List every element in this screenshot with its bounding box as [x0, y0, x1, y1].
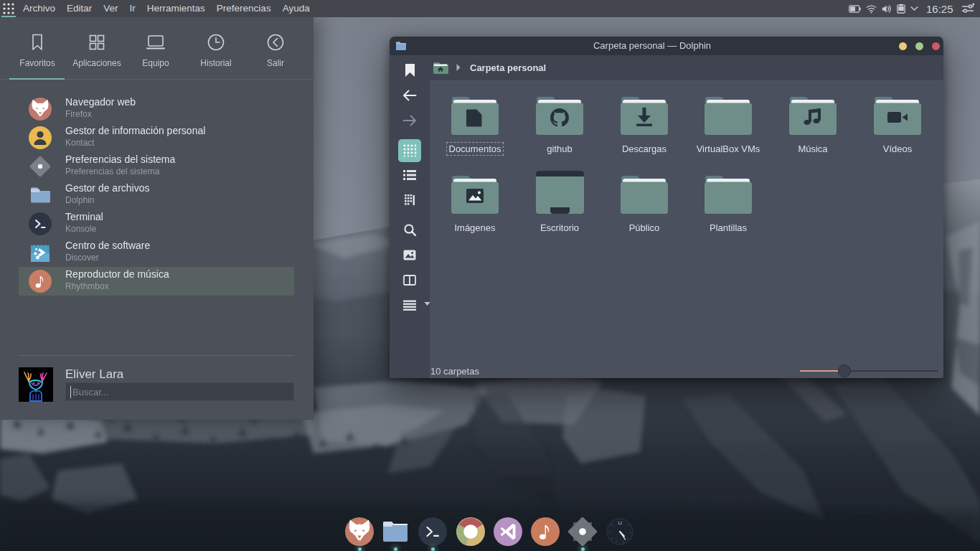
svg-text:12: 12: [618, 521, 623, 525]
svg-text:11: 11: [611, 523, 614, 527]
